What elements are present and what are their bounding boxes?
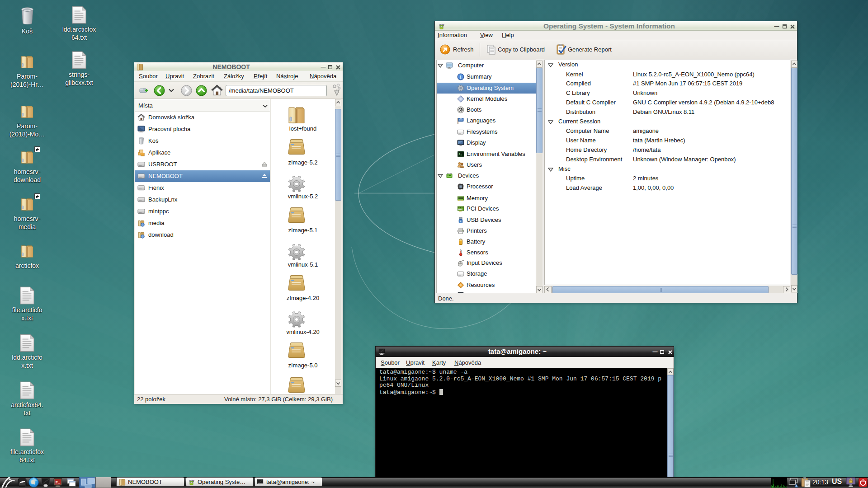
svg-text:!: !	[796, 484, 797, 487]
svg-text:i: i	[460, 75, 462, 80]
svg-text:#_: #_	[55, 480, 60, 485]
